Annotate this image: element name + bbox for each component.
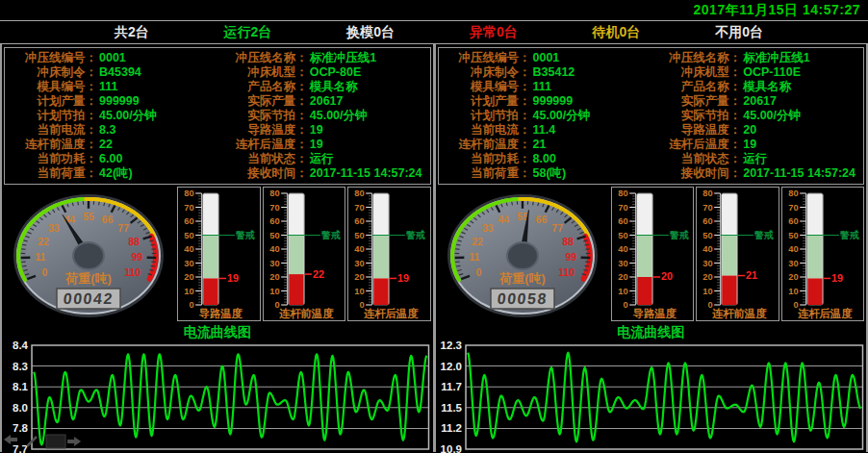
load-gauge-wrap: 0112233445566778899110荷重(吨)00058 — [438, 187, 609, 321]
info-row: 当前状态：运行 — [651, 152, 861, 166]
thermo-title: 连杆后温度 — [364, 307, 419, 319]
info-label: 冲压线名称： — [651, 51, 741, 65]
info-label: 导路温度： — [217, 123, 308, 138]
thermometer: 01020304050607080警戒19连杆后温度 — [782, 188, 864, 320]
info-row: 连杆前温度：21 — [441, 138, 651, 152]
gauge-scale-label: 77 — [551, 222, 563, 234]
status-total: 共2台 — [115, 24, 149, 41]
thermo-scale-label: 60 — [184, 215, 193, 226]
info-row: 冲床机型：OCP-110E — [651, 65, 861, 80]
thermo-value: 21 — [746, 269, 757, 281]
info-row: 产品名称：模具名称 — [217, 80, 428, 94]
thermo-scale-label: 80 — [269, 188, 279, 198]
info-row: 冲压线名称：标准冲压线1 — [217, 51, 428, 65]
info-value: 58(吨) — [533, 166, 567, 181]
info-label: 实际节拍： — [217, 109, 308, 123]
info-row: 计划节拍：45.00/分钟 — [441, 109, 651, 123]
gauge-scale-label: 66 — [102, 214, 114, 225]
thermo-scale-label: 60 — [269, 215, 279, 226]
hmi-dashboard: { "header": { "datetime": "2017年11月15日 1… — [0, 0, 868, 453]
info-value: 22 — [99, 138, 113, 152]
gauge-scale-label: 33 — [481, 222, 493, 234]
gauge-hub — [73, 242, 104, 269]
title-bar: 2017年11月15日 14:57:27 — [0, 0, 868, 20]
info-value: 8.3 — [99, 123, 115, 138]
info-value: 111 — [99, 80, 117, 94]
gauge-tick — [456, 265, 460, 266]
info-label: 模具编号： — [441, 80, 531, 94]
info-label: 冲压线编号： — [441, 51, 531, 65]
thermo-warn-label: 警戒 — [753, 230, 775, 240]
info-value: 20617 — [310, 94, 344, 109]
info-value: 模具名称 — [310, 80, 358, 94]
thermo-scale-label: 60 — [354, 215, 364, 226]
thermo-warn-label: 警戒 — [668, 230, 689, 240]
info-row: 冲压线编号：0001 — [441, 51, 651, 65]
thermo-title: 导路温度 — [199, 307, 243, 319]
thermo-scale-label: 60 — [788, 215, 798, 226]
thermo-scale-label: 70 — [354, 202, 364, 213]
thermo-scale-label: 10 — [702, 286, 712, 296]
thermo-scale-label: 30 — [618, 258, 627, 268]
info-row: 计划节拍：45.00/分钟 — [7, 109, 217, 123]
gauge-title: 荷重(吨) — [498, 271, 546, 286]
info-box: 冲压线编号：0001 冲床制令：B35412 模具编号：111 计划产量：999… — [438, 47, 865, 185]
thermometer-guide-temp: 01020304050607080警戒19导路温度 — [177, 187, 261, 321]
status-standby: 待机0台 — [593, 24, 641, 41]
info-value: 6.00 — [99, 152, 122, 166]
meters-row: 0112233445566778899110荷重(吨)00058 0102030… — [436, 187, 867, 321]
gauge-scale-label: 110 — [124, 266, 140, 278]
info-value: 999999 — [99, 94, 140, 109]
thermo-normal-zone — [637, 236, 651, 278]
thermo-warn-label: 警戒 — [319, 230, 341, 240]
thermo-fill — [637, 277, 651, 305]
thermo-scale-label: 60 — [702, 215, 712, 226]
thermo-scale-label: 30 — [354, 258, 364, 268]
gauge-scale-label: 0 — [41, 266, 47, 278]
chart-y-label: 8.1 — [13, 381, 29, 392]
thermo-scale-label: 80 — [354, 188, 364, 198]
info-value: 999999 — [533, 94, 574, 109]
info-label: 当前电流： — [441, 123, 531, 138]
thermo-value: 22 — [313, 268, 324, 280]
info-label: 计划节拍： — [441, 109, 531, 123]
thermo-scale-label: 50 — [702, 230, 712, 240]
info-label: 连杆后温度： — [217, 138, 308, 152]
current-curve — [34, 354, 426, 444]
info-label: 计划产量： — [441, 94, 531, 109]
chart-title: 电流曲线图 — [2, 324, 433, 341]
thermo-scale-label: 10 — [269, 286, 279, 296]
thermo-normal-zone — [373, 236, 388, 279]
info-row: 导路温度：20 — [651, 123, 861, 138]
load-gauge-wrap: 0112233445566778899110荷重(吨)00042 — [4, 187, 175, 321]
gauge-lcd-value: 00058 — [497, 290, 549, 308]
info-row: 实际节拍：45.00/分钟 — [217, 109, 428, 123]
gauge-scale-label: 99 — [565, 251, 576, 263]
info-row: 冲床机型：OCP-80E — [217, 65, 428, 80]
info-row: 接收时间：2017-11-15 14:57:24 — [217, 166, 428, 181]
gauge-tick — [456, 244, 460, 245]
thermo-scale-label: 30 — [269, 258, 279, 268]
thermo-scale-label: 10 — [788, 286, 798, 296]
gauge-hub — [507, 242, 538, 269]
info-row: 冲压线编号：0001 — [7, 51, 217, 65]
info-row: 实际产量：20617 — [651, 94, 861, 109]
gauge-scale-label: 11 — [469, 251, 479, 263]
thermo-scale-label: 30 — [184, 258, 193, 268]
info-value: 45.00/分钟 — [743, 109, 801, 123]
gauge-scale-label: 66 — [535, 214, 547, 225]
info-value: 45.00/分钟 — [310, 109, 368, 123]
info-row: 连杆后温度：19 — [217, 138, 428, 152]
thermo-scale-label: 30 — [702, 258, 712, 268]
thermo-normal-zone — [807, 236, 822, 279]
info-row: 实际产量：20617 — [217, 94, 428, 109]
current-curve-chart: 12.312.011.711.511.210.9 — [436, 341, 867, 453]
thermometer-rod-rear-temp: 01020304050607080警戒19连杆后温度 — [781, 187, 865, 321]
gauge-tick — [78, 202, 79, 206]
thermo-warn-label: 警戒 — [405, 230, 426, 240]
thermo-scale-label: 80 — [184, 188, 193, 198]
thermo-scale-label: 40 — [788, 243, 798, 254]
scroll-right-arrow-icon[interactable] — [67, 437, 81, 446]
info-value: 21 — [533, 138, 547, 152]
info-label: 当前功耗： — [7, 152, 97, 166]
